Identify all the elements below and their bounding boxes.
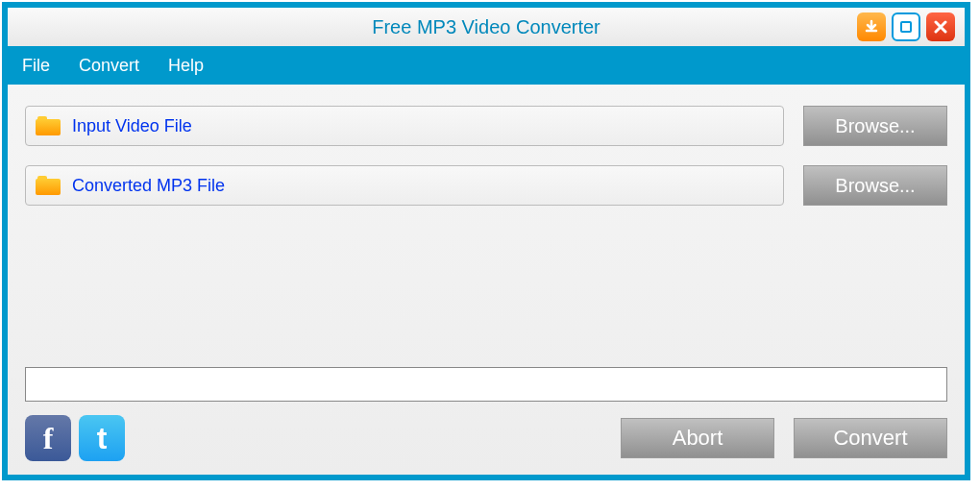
close-icon[interactable] — [926, 12, 955, 41]
input-file-field[interactable]: Input Video File — [25, 106, 784, 146]
browse-output-button[interactable]: Browse... — [803, 165, 947, 206]
download-icon[interactable] — [857, 12, 886, 41]
browse-input-button[interactable]: Browse... — [803, 106, 947, 146]
bottom-bar: f t Abort Convert — [25, 415, 947, 461]
menu-convert[interactable]: Convert — [79, 56, 139, 76]
facebook-icon[interactable]: f — [25, 415, 71, 461]
folder-icon — [36, 176, 61, 195]
convert-button[interactable]: Convert — [794, 418, 947, 458]
app-window: Free MP3 Video Converter File Convert He… — [2, 2, 970, 480]
titlebar: Free MP3 Video Converter — [8, 8, 965, 46]
folder-icon — [36, 116, 61, 135]
output-file-label: Converted MP3 File — [72, 176, 225, 196]
app-title: Free MP3 Video Converter — [372, 16, 600, 38]
menu-help[interactable]: Help — [168, 56, 204, 76]
input-row: Input Video File Browse... — [25, 106, 947, 146]
progress-bar — [25, 367, 947, 402]
abort-button[interactable]: Abort — [621, 418, 774, 458]
output-row: Converted MP3 File Browse... — [25, 165, 947, 206]
content-area: Input Video File Browse... Converted MP3… — [8, 85, 965, 475]
window-controls — [857, 12, 955, 41]
twitter-icon[interactable]: t — [79, 415, 125, 461]
input-file-label: Input Video File — [72, 116, 192, 136]
menu-file[interactable]: File — [22, 56, 50, 76]
menubar: File Convert Help — [8, 46, 965, 85]
output-file-field[interactable]: Converted MP3 File — [25, 165, 784, 206]
spacer — [25, 225, 947, 367]
maximize-icon[interactable] — [892, 12, 920, 41]
